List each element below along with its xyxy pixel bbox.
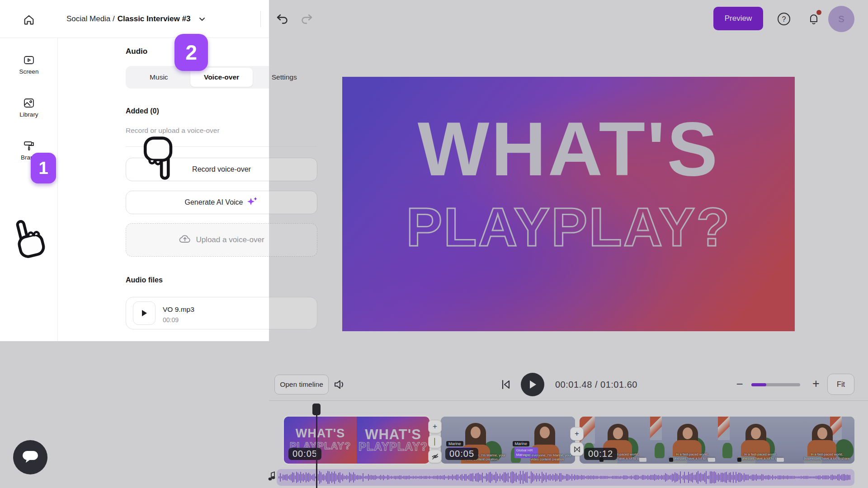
- brand-icon: [0, 141, 58, 151]
- chevron-down-icon[interactable]: [198, 14, 207, 23]
- step-badge-1: 1: [31, 153, 56, 183]
- generate-ai-voice-label: Generate AI Voice: [185, 198, 243, 206]
- library-icon: [0, 98, 58, 108]
- breadcrumb-root[interactable]: Social Media /: [66, 14, 115, 23]
- sidebar-item-label: Screen: [19, 68, 39, 75]
- upload-voice-over-label: Upload a voice-over: [196, 235, 264, 244]
- sidebar: [0, 38, 58, 341]
- sidebar-item-label: Library: [19, 111, 38, 118]
- panel-title: Audio: [126, 47, 147, 56]
- pointer-hand-icon-2: [139, 136, 178, 183]
- home-button[interactable]: [17, 12, 41, 28]
- playplay-editor: WHAT'S PLAYPLAY? Open timeline 00:01.48 …: [0, 0, 868, 488]
- upload-cloud-icon: [179, 234, 191, 247]
- breadcrumb-title: Classic Interview #3: [118, 14, 191, 23]
- record-voice-over-label: Record voice-over: [192, 165, 251, 174]
- audio-files-label: Audio files: [126, 276, 163, 284]
- dim-overlay-right: [269, 0, 868, 488]
- breadcrumb[interactable]: Social Media / Classic Interview #3: [66, 0, 207, 38]
- audio-panel: Audio Music Voice-over Settings Added (0…: [58, 38, 269, 341]
- step-badge-2: 2: [175, 34, 208, 71]
- chat-widget-button[interactable]: [13, 440, 47, 474]
- file-name: VO 9.mp3: [163, 305, 194, 314]
- sidebar-item-library[interactable]: Library: [0, 98, 58, 118]
- sparkles-icon: [246, 196, 258, 209]
- chat-bubble-icon: [21, 449, 39, 466]
- voice-over-hint: Record or upload a voice-over: [126, 127, 220, 135]
- added-count-label: Added (0): [126, 107, 159, 115]
- topbar-separator: [260, 11, 261, 27]
- screen-icon: [0, 55, 58, 66]
- sidebar-item-screen[interactable]: Screen: [0, 55, 58, 75]
- file-play-button[interactable]: [133, 301, 156, 325]
- file-duration: 00:09: [163, 316, 179, 324]
